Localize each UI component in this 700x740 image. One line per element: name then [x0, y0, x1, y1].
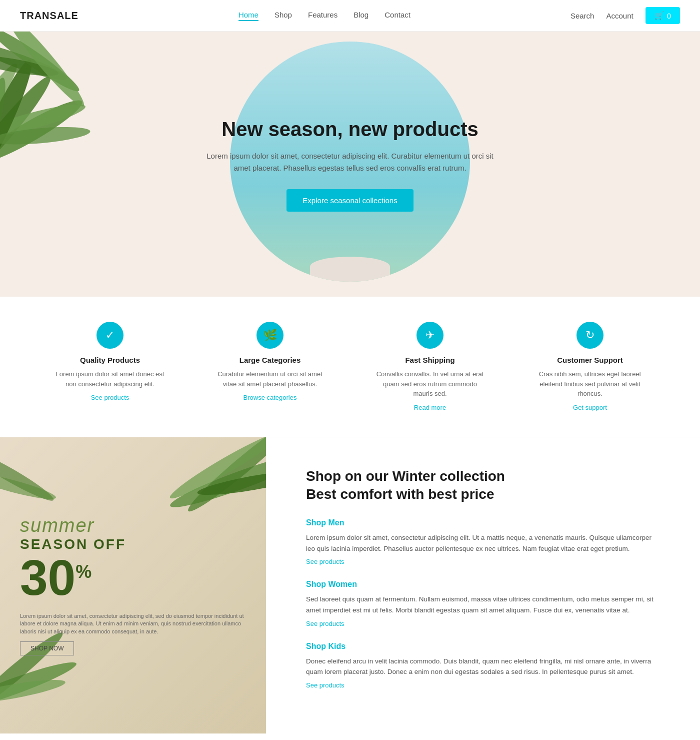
feature-shipping: ✈ Fast Shipping Convallis convallis. In …: [375, 322, 485, 412]
feature-shipping-title: Fast Shipping: [375, 356, 485, 364]
feature-quality-desc: Lorem ipsum dolor sit amet donec est non…: [55, 369, 165, 389]
feature-shipping-link[interactable]: Read more: [414, 404, 446, 411]
logo[interactable]: TRANSALE: [20, 10, 78, 22]
feature-support-desc: Cras nibh sem, ultrices eget laoreet ele…: [535, 369, 645, 399]
shop-now-button[interactable]: SHOP NOW: [20, 641, 74, 655]
hero-section: New season, new products Lorem ipsum dol…: [0, 32, 700, 297]
main-nav: Home Shop Features Blog Contact: [238, 11, 410, 21]
nav-contact[interactable]: Contact: [384, 11, 410, 21]
features-section: ✓ Quality Products Lorem ipsum dolor sit…: [0, 297, 700, 437]
header-actions: Search Account 🛒 0: [570, 7, 680, 24]
hero-title: New season, new products: [200, 117, 500, 141]
nav-features[interactable]: Features: [308, 11, 338, 21]
hero-content: New season, new products Lorem ipsum dol…: [200, 117, 500, 212]
feature-quality: ✓ Quality Products Lorem ipsum dolor sit…: [55, 322, 165, 412]
shipping-icon: ✈: [416, 322, 444, 349]
shop-men-category: Shop Men Lorem ipsum dolor sit amet, con…: [306, 518, 660, 566]
feature-categories-title: Large Categories: [215, 356, 325, 364]
hero-description: Lorem ipsum dolor sit amet, consectetur …: [200, 150, 500, 174]
promo-section: summer SEASON OFF 30% Lorem ipsum dolor …: [0, 437, 700, 733]
feature-quality-title: Quality Products: [55, 356, 165, 364]
account-link[interactable]: Account: [606, 12, 633, 20]
winter-collection-content: Shop on our Winter collection Best comfo…: [266, 437, 700, 733]
hero-cta-button[interactable]: Explore seasonal collections: [286, 189, 413, 212]
promo-summer-label: summer: [20, 515, 246, 536]
shop-men-link[interactable]: See products: [306, 558, 344, 565]
promo-description: Lorem ipsum dolor sit amet, consectetur …: [20, 612, 246, 635]
nav-blog[interactable]: Blog: [354, 11, 368, 21]
feature-support-title: Customer Support: [535, 356, 645, 364]
shop-women-link[interactable]: See products: [306, 620, 344, 627]
quality-icon: ✓: [96, 322, 124, 349]
cart-button[interactable]: 🛒 0: [646, 7, 680, 24]
shop-kids-link[interactable]: See products: [306, 681, 344, 689]
support-icon: ↻: [576, 322, 604, 349]
feature-support-link[interactable]: Get support: [573, 404, 607, 411]
feature-categories-link[interactable]: Browse categories: [244, 394, 297, 401]
shop-kids-desc: Donec eleifend arcu in velit lacinia com…: [306, 656, 660, 677]
winter-section-title: Shop on our Winter collection Best comfo…: [306, 467, 660, 504]
feature-shipping-desc: Convallis convallis. In vel urna at erat…: [375, 369, 485, 399]
shop-women-title: Shop Women: [306, 580, 660, 589]
cart-count: 0: [667, 12, 671, 20]
shop-women-category: Shop Women Sed laoreet quis quam at ferm…: [306, 580, 660, 627]
shop-kids-category: Shop Kids Donec eleifend arcu in velit l…: [306, 642, 660, 689]
feature-quality-link[interactable]: See products: [91, 394, 130, 401]
cart-icon: 🛒: [654, 11, 664, 20]
shop-women-desc: Sed laoreet quis quam at fermentum. Null…: [306, 594, 660, 615]
nav-shop[interactable]: Shop: [274, 11, 292, 21]
promo-image: summer SEASON OFF 30% Lorem ipsum dolor …: [0, 437, 266, 733]
header: TRANSALE Home Shop Features Blog Contact…: [0, 0, 700, 32]
shop-men-desc: Lorem ipsum dolor sit amet, consectetur …: [306, 532, 660, 554]
categories-icon: 🌿: [256, 322, 284, 349]
promo-text-content: summer SEASON OFF 30% Lorem ipsum dolor …: [20, 515, 246, 655]
shop-kids-title: Shop Kids: [306, 642, 660, 651]
promo-discount: 30%: [20, 552, 246, 602]
hero-pedestal: [310, 257, 390, 282]
shop-men-title: Shop Men: [306, 518, 660, 527]
feature-categories-desc: Curabitur elementum ut orci sit amet vit…: [215, 369, 325, 389]
feature-categories: 🌿 Large Categories Curabitur elementum u…: [215, 322, 325, 412]
nav-home[interactable]: Home: [238, 11, 258, 21]
search-link[interactable]: Search: [570, 12, 594, 20]
hero-left-plant: [0, 32, 140, 297]
feature-support: ↻ Customer Support Cras nibh sem, ultric…: [535, 322, 645, 412]
